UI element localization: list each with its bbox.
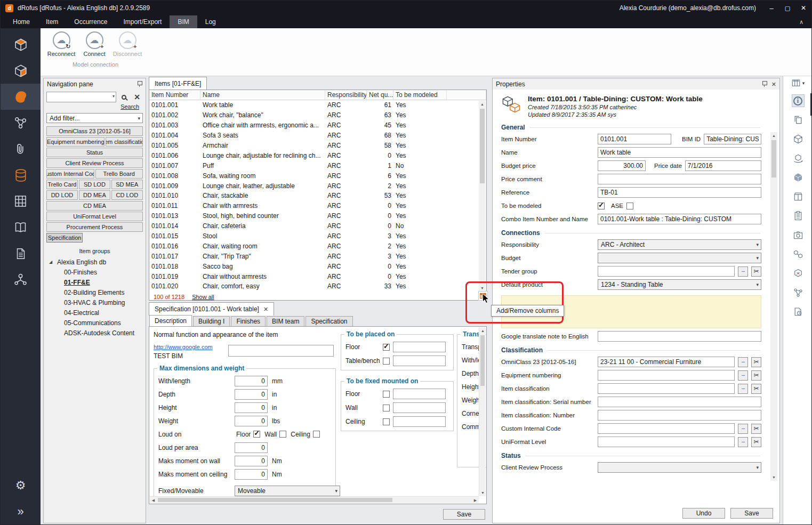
rotate-cube-icon[interactable] [792, 152, 805, 165]
placed-on-input[interactable] [393, 342, 446, 352]
spec-horizontal-scrollbar[interactable] [150, 496, 479, 503]
clear-value-icon[interactable] [751, 437, 761, 447]
maximize-button[interactable] [779, 1, 795, 15]
column-header[interactable]: Name [200, 90, 325, 100]
fixed-mounted-checkbox[interactable] [383, 405, 390, 411]
items-tab[interactable]: Items [01-FF&E] [149, 77, 207, 90]
menu-tab[interactable]: Occurrence [66, 15, 115, 28]
filter-button[interactable]: Equipment numbering [46, 137, 104, 147]
occurrences-icon[interactable] [1, 110, 41, 136]
tree-item[interactable]: ADSK-Autodesk Content [49, 328, 146, 338]
filter-button[interactable]: DD MEA [79, 190, 110, 200]
tender-group-input[interactable] [598, 266, 735, 277]
camera-icon[interactable] [792, 229, 805, 241]
placed-on-checkbox[interactable] [383, 344, 390, 351]
menu-tab[interactable]: Import/Export [115, 15, 170, 28]
fixed-mounted-input[interactable] [393, 402, 446, 413]
search-link[interactable]: Search [44, 103, 139, 110]
table-row[interactable]: 0101.008 Sofa, waiting room ARC 6 Yes [149, 171, 486, 181]
classification-input[interactable] [598, 370, 735, 381]
pin-icon[interactable] [761, 80, 767, 87]
test-bim-input[interactable] [228, 345, 334, 357]
view-selector[interactable]: ▾ [783, 76, 812, 90]
documents-icon[interactable] [1, 240, 41, 266]
table-row[interactable]: 0101.005 Armchair ARC 58 Yes [149, 141, 486, 151]
browse-button[interactable] [738, 370, 748, 381]
network-icon[interactable] [792, 286, 805, 299]
placed-on-input[interactable] [393, 356, 446, 366]
loud-on-checkbox[interactable] [313, 431, 320, 438]
filter-button[interactable]: Trello Board [95, 169, 143, 179]
info-icon[interactable] [792, 94, 805, 107]
bim-model-alt-icon[interactable] [1, 58, 41, 84]
ribbon-button[interactable]: ☁↻ Reconnect [46, 31, 77, 57]
classification-input[interactable] [598, 383, 735, 394]
client-review-dropdown[interactable] [598, 462, 761, 473]
filter-button[interactable]: Status [46, 148, 143, 157]
classification-input[interactable] [598, 423, 735, 434]
table-row[interactable]: 0101.011 Chair with armrests ARC 0 Yes [149, 201, 486, 211]
box-icon[interactable] [792, 190, 805, 203]
column-header[interactable]: Item Number [149, 90, 200, 100]
settings-gear-icon[interactable]: ⚙ [1, 472, 41, 498]
reference-input[interactable] [598, 187, 761, 198]
filter-button[interactable]: DD LOD [46, 190, 78, 200]
filter-button[interactable]: CD LOD [111, 190, 143, 200]
collapse-ribbon-icon[interactable] [792, 15, 810, 28]
price-date-input[interactable] [685, 160, 761, 171]
table-row[interactable]: 0101.007 Puff ARC 1 No [149, 160, 486, 171]
menu-tab[interactable]: Log [197, 15, 224, 28]
table-row[interactable]: 0101.015 Stool ARC 3 Yes [149, 231, 486, 241]
google-translate-input[interactable] [598, 331, 761, 342]
classification-input[interactable] [598, 410, 761, 421]
close-button[interactable] [795, 1, 811, 15]
filter-button[interactable]: Trello Card [46, 180, 78, 189]
spec-subtab[interactable]: Finishes [231, 316, 266, 326]
search-input[interactable] [46, 92, 116, 102]
rooms-matrix-icon[interactable] [1, 188, 41, 214]
dimension-input[interactable] [235, 376, 268, 386]
name-input[interactable] [598, 147, 761, 158]
fixed-mounted-input[interactable] [393, 416, 446, 427]
specification-tab[interactable]: Specification [0101.001 - Work table] [149, 302, 274, 316]
menu-tab[interactable]: BIM [170, 15, 197, 28]
fixed-moveable-dropdown[interactable]: Moveable [235, 486, 340, 496]
reports-icon[interactable] [1, 214, 41, 240]
clear-value-icon[interactable] [751, 370, 761, 381]
combo-input[interactable] [598, 214, 761, 224]
table-row[interactable]: 0101.010 Chair, stackable ARC 53 Yes [149, 191, 486, 201]
search-button[interactable] [118, 92, 130, 102]
column-header[interactable]: Net qu... [367, 90, 393, 100]
dimension-input[interactable] [235, 389, 268, 400]
tree-item[interactable]: 02-Building Elements [49, 287, 146, 297]
properties-scrollbar[interactable] [770, 132, 777, 481]
table-row[interactable]: 0101.017 Chair, "Trip Trap" ARC 3 Yes [149, 251, 486, 261]
table-row[interactable]: 0101.004 Sofa 3 seats ARC 68 Yes [149, 131, 486, 141]
tree-item[interactable]: 03-HVAC & Plumbing [49, 297, 146, 308]
fixed-mounted-checkbox[interactable] [383, 391, 390, 398]
menu-tab[interactable]: Home [5, 15, 38, 28]
table-row[interactable]: 0101.016 Chair, waiting room ARC 2 Yes [149, 241, 486, 251]
tree-item[interactable]: 01-FF&E [49, 277, 146, 287]
clear-value-icon[interactable] [751, 357, 761, 367]
browse-button[interactable] [738, 384, 748, 394]
table-row[interactable]: 0101.001 Work table ARC 61 Yes [149, 100, 486, 110]
spec-subtab[interactable]: Description [149, 315, 192, 326]
classification-input[interactable] [598, 437, 735, 447]
organization-icon[interactable] [1, 266, 41, 293]
ase-checkbox[interactable] [626, 203, 633, 209]
show-all-link[interactable]: Show all [192, 294, 214, 300]
table-row[interactable]: 0101.003 Office chair with armrests, erg… [149, 120, 486, 131]
price-comment-input[interactable] [598, 174, 761, 184]
filter-button[interactable]: Custom Internal Code [46, 169, 94, 179]
spec-subtab[interactable]: Building I [193, 316, 230, 326]
budget-dropdown[interactable] [598, 253, 761, 263]
ribbon-button[interactable]: ☁+ Disconnect [112, 31, 143, 57]
placed-on-checkbox[interactable] [383, 358, 390, 365]
copy-icon[interactable] [792, 114, 805, 126]
column-header[interactable]: Responsibility [325, 90, 367, 100]
spec-vertical-scrollbar[interactable] [479, 327, 486, 496]
tree-root[interactable]: Alexia English db [49, 257, 146, 267]
fixed-mounted-input[interactable] [393, 389, 446, 399]
dimension-input[interactable] [235, 402, 268, 413]
